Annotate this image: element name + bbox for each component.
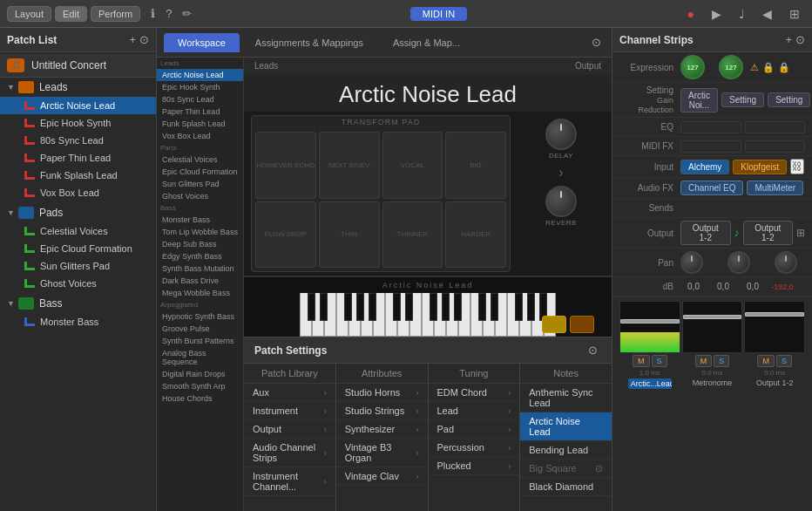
mini-item-mega[interactable]: Mega Wobble Bass <box>157 287 243 299</box>
pan-knob-3[interactable] <box>775 251 797 274</box>
mute-button-3[interactable]: M <box>757 355 775 367</box>
cs-output-1[interactable]: Output 1-2 <box>680 221 731 245</box>
black-key[interactable] <box>320 293 328 321</box>
patch-item-epic-hook-synth[interactable]: Epic Hook Synth <box>0 114 156 132</box>
patch-attr-synthesizer[interactable]: Synthesizer › <box>336 420 428 439</box>
reverb-knob[interactable] <box>545 186 577 217</box>
pad-cell-4[interactable]: BIG <box>445 132 506 199</box>
patch-tuning-percussion[interactable]: Percussion › <box>429 439 520 457</box>
patch-attr-vintage-clav[interactable]: Vintage Clav › <box>336 467 428 486</box>
solo-button-1[interactable]: S <box>652 355 667 367</box>
patch-tuning-pad[interactable]: Pad › <box>429 420 520 439</box>
fader-label-1[interactable]: Arctic...Lead <box>628 378 672 389</box>
mini-item-celestial[interactable]: Celestial Voices <box>157 153 243 166</box>
fader-label-3[interactable]: Output 1-2 <box>756 378 794 387</box>
black-key[interactable] <box>405 293 413 321</box>
mini-item-synth-bass[interactable]: Synth Bass Mutation <box>157 262 243 275</box>
patch-item-80s-sync[interactable]: 80s Sync Lead <box>0 132 156 149</box>
patch-options-button[interactable]: ⊙ <box>139 33 149 46</box>
patch-attr-vintage-b3[interactable]: Vintage B3 Organ › <box>336 439 428 467</box>
cs-fx-channel-eq[interactable]: Channel EQ <box>680 181 743 195</box>
cs-setting-setting1[interactable]: Setting <box>721 92 764 107</box>
mini-item-synth-burst[interactable]: Synth Burst Patterns <box>157 335 243 347</box>
patch-lib-instrument[interactable]: Instrument › <box>244 402 335 420</box>
mini-item-edgy[interactable]: Edgy Synth Bass <box>157 250 243 262</box>
patch-tuning-plucked[interactable]: Plucked › <box>429 457 520 475</box>
pan-knob-1[interactable] <box>680 251 703 274</box>
cs-output-2[interactable]: Output 1-2 <box>743 221 794 245</box>
group-header-bass[interactable]: ▼ Bass <box>0 294 156 313</box>
patch-item-paper-thin[interactable]: Paper Thin Lead <box>0 149 156 167</box>
patch-lib-aux[interactable]: Aux › <box>244 384 335 402</box>
layout-menu[interactable]: Layout <box>7 6 51 22</box>
patch-lib-instrument-ch[interactable]: Instrument Channel... › <box>244 467 335 496</box>
mini-item-monster-m[interactable]: Monster Bass <box>157 214 243 226</box>
solo-button-3[interactable]: S <box>776 355 792 367</box>
mini-item-deep-sub[interactable]: Deep Sub Bass <box>157 238 243 250</box>
fader-thumb-1[interactable] <box>620 319 680 324</box>
patch-item-vox-box[interactable]: Vox Box Lead <box>0 184 156 201</box>
mini-item-epic-cloud-m[interactable]: Epic Cloud Formation <box>157 166 243 178</box>
mini-item-sun-m[interactable]: Sun Glitters Pad <box>157 178 243 190</box>
black-key[interactable] <box>308 293 315 321</box>
metronome-button[interactable]: ♩ <box>734 5 750 23</box>
patch-attr-studio-strings[interactable]: Studio Strings › <box>336 402 428 420</box>
expression-knob-1[interactable]: 127 <box>680 55 705 79</box>
patch-lib-audio[interactable]: Audio Channel Strips › <box>244 439 335 467</box>
mini-item-hypnotic[interactable]: Hypnotic Synth Bass <box>157 310 243 323</box>
tab-workspace[interactable]: Workspace <box>164 33 240 52</box>
cs-fx-multimeter[interactable]: MultiMeter <box>747 181 803 195</box>
patch-item-sun-glitters[interactable]: Sun Glitters Pad <box>0 257 156 275</box>
mini-item-paper-thin[interactable]: Paper Thin Lead <box>157 106 243 118</box>
mini-item-vox-box[interactable]: Vox Box Lead <box>157 130 243 142</box>
pad-cell-6[interactable]: THIN <box>319 201 380 269</box>
mini-item-digital[interactable]: Digital Rain Drops <box>157 368 243 380</box>
black-key[interactable] <box>515 293 523 321</box>
patch-attr-studio-horns[interactable]: Studio Horns › <box>336 384 428 402</box>
mini-item-tom-lip[interactable]: Tom Lip Wobble Bass <box>157 226 243 238</box>
patch-item-celestial[interactable]: Celestial Voices <box>0 222 156 240</box>
add-patch-button[interactable]: + <box>129 33 136 46</box>
play-button[interactable]: ▶ <box>707 5 727 23</box>
black-key[interactable] <box>491 293 498 321</box>
black-key[interactable] <box>478 293 486 321</box>
mini-item-funk-splash[interactable]: Funk Splash Lead <box>157 118 243 130</box>
fader-label-2[interactable]: Metronome <box>693 378 733 387</box>
cs-setting-setting2[interactable]: Setting <box>768 92 810 107</box>
black-key[interactable] <box>442 293 450 321</box>
arrow-right-btn[interactable]: › <box>558 165 563 181</box>
pencil-icon[interactable]: ✏ <box>179 5 195 22</box>
patch-item-epic-cloud[interactable]: Epic Cloud Formation <box>0 240 156 257</box>
black-key[interactable] <box>430 293 437 321</box>
rewind-button[interactable]: ◀ <box>757 5 777 23</box>
mini-item-analog[interactable]: Analog Bass Sequence <box>157 347 243 368</box>
pad-cell-7[interactable]: THINNER <box>382 201 443 269</box>
patch-lib-output[interactable]: Output › <box>244 420 335 439</box>
note-big-square[interactable]: Big Square ⊙ <box>520 460 612 478</box>
patch-item-ghost-voices[interactable]: Ghost Voices <box>0 275 156 292</box>
concert-item[interactable]: 🎵 Untitled Concert <box>0 54 156 78</box>
mini-item-arctic[interactable]: Arctic Noise Lead <box>157 69 243 81</box>
note-black-diamond[interactable]: Black Diamond <box>520 478 612 496</box>
patch-settings-options[interactable]: ⊙ <box>585 342 601 358</box>
patch-item-arctic-noise-lead[interactable]: Arctic Noise Lead <box>0 97 156 114</box>
cs-add-button[interactable]: + <box>785 33 792 46</box>
mini-item-house[interactable]: House Chords <box>157 392 243 405</box>
mute-button-2[interactable]: M <box>695 355 713 367</box>
cs-input-alchemy[interactable]: Alchemy <box>680 160 729 174</box>
mini-item-80s[interactable]: 80s Sync Lead <box>157 93 243 106</box>
edit-menu[interactable]: Edit <box>55 6 87 22</box>
cs-input-klopfgeist[interactable]: Klopfgeist <box>733 160 787 174</box>
help-icon[interactable]: ? <box>162 5 175 22</box>
black-key[interactable] <box>454 293 462 321</box>
delay-knob[interactable] <box>545 119 577 150</box>
pad-cell-2[interactable]: NEXT SINEV <box>319 132 380 199</box>
pad-cell-3[interactable]: VOCAL <box>382 132 443 199</box>
mini-item-dark-bass[interactable]: Dark Bass Drive <box>157 275 243 287</box>
fader-thumb-3[interactable] <box>745 312 804 317</box>
mute-button-1[interactable]: M <box>633 355 650 367</box>
patch-tuning-edm[interactable]: EDM Chord › <box>429 384 520 402</box>
group-header-pads[interactable]: ▼ Pads <box>0 203 156 222</box>
black-key[interactable] <box>527 293 535 321</box>
pad-cell-1[interactable]: HOWEVER ECHO <box>255 132 316 199</box>
